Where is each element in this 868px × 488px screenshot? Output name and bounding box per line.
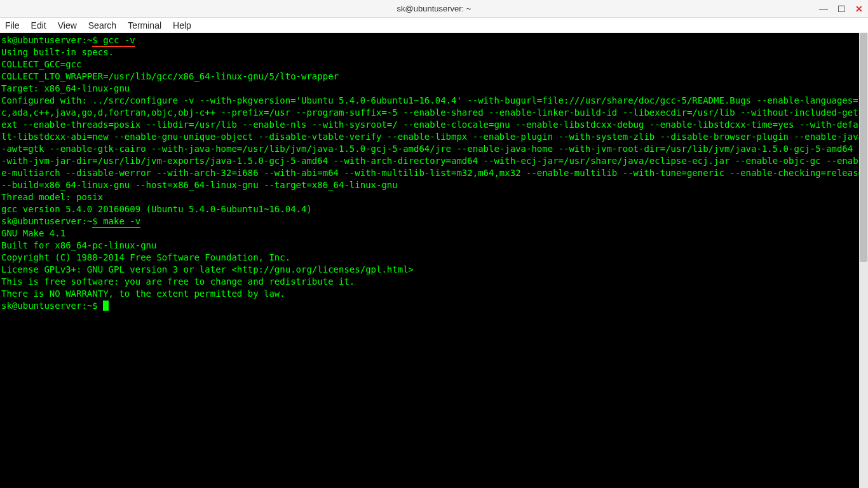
menu-file[interactable]: File [5, 20, 20, 30]
output-line: gcc version 5.4.0 20160609 (Ubuntu 5.4.0… [1, 204, 312, 214]
output-line: Thread model: posix [1, 192, 103, 202]
output-line: License GPLv3+: GNU GPL version 3 or lat… [1, 264, 414, 274]
window-title: sk@ubuntuserver: ~ [397, 4, 471, 13]
cursor-icon [103, 301, 109, 311]
minimize-button[interactable]: — [818, 4, 829, 14]
menubar: File Edit View Search Terminal Help [0, 18, 868, 33]
prompt-line-1: sk@ubuntuserver:~$ gcc -v [1, 35, 135, 47]
prompt-line-3: sk@ubuntuserver:~$ [1, 301, 103, 311]
output-line: GNU Make 4.1 [1, 228, 65, 238]
terminal-area[interactable]: sk@ubuntuserver:~$ gcc -v Using built-in… [0, 33, 868, 488]
output-line: There is NO WARRANTY, to the extent perm… [1, 288, 285, 299]
prompt-symbol: $ [92, 301, 103, 311]
output-line: Configured with: ../src/configure -v --w… [1, 95, 868, 190]
output-line: COLLECT_LTO_WRAPPER=/usr/lib/gcc/x86_64-… [1, 71, 339, 81]
scrollbar[interactable] [859, 33, 868, 488]
prompt-user: sk@ubuntuserver [1, 301, 81, 311]
menu-view[interactable]: View [58, 20, 77, 30]
menu-search[interactable]: Search [88, 20, 116, 30]
prompt-user: sk@ubuntuserver [1, 216, 81, 226]
window-controls: — ☐ ✕ [818, 0, 864, 18]
prompt-line-2: sk@ubuntuserver:~$ make -v [1, 216, 140, 228]
prompt-user: sk@ubuntuserver [1, 35, 81, 45]
menu-terminal[interactable]: Terminal [128, 20, 161, 30]
output-line: Target: x86_64-linux-gnu [1, 83, 130, 93]
output-line: Copyright (C) 1988-2014 Free Software Fo… [1, 252, 290, 262]
output-line: Built for x86_64-pc-linux-gnu [1, 240, 156, 250]
command-gcc: $ gcc -v [92, 35, 135, 47]
output-line: This is free software: you are free to c… [1, 276, 355, 287]
close-button[interactable]: ✕ [854, 4, 864, 14]
maximize-button[interactable]: ☐ [836, 4, 846, 14]
menu-edit[interactable]: Edit [31, 20, 46, 30]
output-line: COLLECT_GCC=gcc [1, 59, 81, 69]
titlebar: sk@ubuntuserver: ~ — ☐ ✕ [0, 0, 868, 18]
menu-help[interactable]: Help [173, 20, 191, 30]
output-line: Using built-in specs. [1, 47, 114, 57]
scrollbar-thumb[interactable] [860, 33, 867, 262]
command-make: $ make -v [92, 216, 140, 228]
